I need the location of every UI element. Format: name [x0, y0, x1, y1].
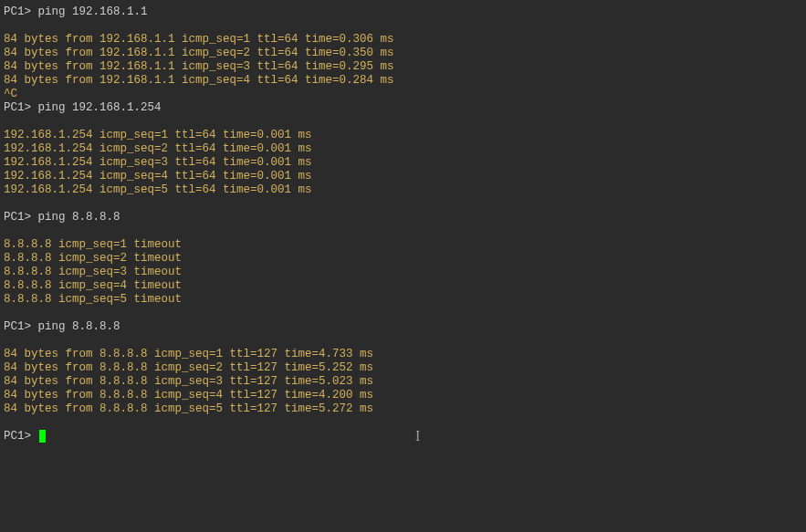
terminal-line: 84 bytes from 8.8.8.8 icmp_seq=2 ttl=127… — [4, 361, 802, 375]
terminal-line: PC1> ping 8.8.8.8 — [4, 211, 802, 224]
terminal-line — [4, 197, 802, 211]
terminal-line: PC1> ping 192.168.1.1 — [4, 5, 802, 19]
terminal-line — [4, 224, 802, 238]
terminal[interactable]: PC1> ping 192.168.1.1 84 bytes from 192.… — [4, 5, 802, 443]
terminal-line: ^C — [4, 88, 802, 101]
terminal-line: 84 bytes from 8.8.8.8 icmp_seq=4 ttl=127… — [4, 389, 802, 402]
terminal-line: 192.168.1.254 icmp_seq=4 ttl=64 time=0.0… — [4, 170, 802, 183]
terminal-line: 192.168.1.254 icmp_seq=3 ttl=64 time=0.0… — [4, 156, 802, 170]
terminal-line: 8.8.8.8 icmp_seq=3 timeout — [4, 266, 802, 279]
terminal-line: 192.168.1.254 icmp_seq=5 ttl=64 time=0.0… — [4, 183, 802, 197]
terminal-line: PC1> ping 8.8.8.8 — [4, 320, 802, 334]
terminal-line — [4, 19, 802, 33]
terminal-line: 84 bytes from 192.168.1.1 icmp_seq=3 ttl… — [4, 60, 802, 74]
terminal-line: 192.168.1.254 icmp_seq=2 ttl=64 time=0.0… — [4, 142, 802, 156]
terminal-line: 8.8.8.8 icmp_seq=2 timeout — [4, 252, 802, 266]
terminal-line: 192.168.1.254 icmp_seq=1 ttl=64 time=0.0… — [4, 129, 802, 142]
terminal-line — [4, 416, 802, 430]
block-cursor-icon — [39, 430, 46, 443]
terminal-line: 8.8.8.8 icmp_seq=1 timeout — [4, 238, 802, 252]
terminal-line: 84 bytes from 192.168.1.1 icmp_seq=1 ttl… — [4, 33, 802, 47]
terminal-line: PC1> — [4, 430, 802, 443]
terminal-line — [4, 115, 802, 129]
terminal-line: 84 bytes from 192.168.1.1 icmp_seq=2 ttl… — [4, 47, 802, 60]
terminal-line — [4, 334, 802, 348]
terminal-line — [4, 307, 802, 320]
prompt-label: PC1> — [4, 430, 38, 443]
terminal-line: PC1> ping 192.168.1.254 — [4, 101, 802, 115]
terminal-line: 8.8.8.8 icmp_seq=4 timeout — [4, 279, 802, 293]
terminal-line: 84 bytes from 8.8.8.8 icmp_seq=1 ttl=127… — [4, 348, 802, 361]
terminal-line: 84 bytes from 8.8.8.8 icmp_seq=3 ttl=127… — [4, 375, 802, 389]
terminal-line: 84 bytes from 8.8.8.8 icmp_seq=5 ttl=127… — [4, 402, 802, 416]
terminal-line: 84 bytes from 192.168.1.1 icmp_seq=4 ttl… — [4, 74, 802, 88]
terminal-line: 8.8.8.8 icmp_seq=5 timeout — [4, 293, 802, 307]
